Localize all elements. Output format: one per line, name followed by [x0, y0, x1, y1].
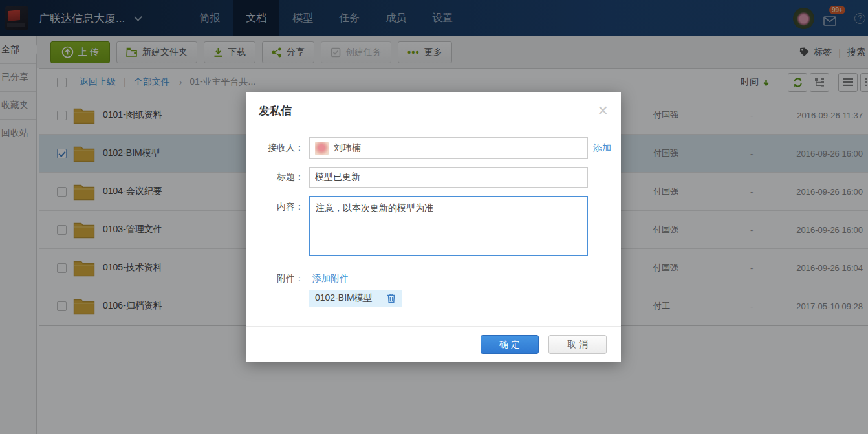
- subject-input[interactable]: [309, 167, 588, 188]
- delete-attachment-button[interactable]: [387, 293, 396, 303]
- add-recipient-link[interactable]: 添加: [593, 142, 611, 154]
- dialog-header: 发私信 ×: [246, 92, 621, 118]
- attachment-chip: 0102-BIM模型: [309, 290, 402, 307]
- close-icon[interactable]: ×: [598, 103, 608, 118]
- recipient-name: 刘玮楠: [334, 142, 361, 154]
- add-attachment-link[interactable]: 添加附件: [312, 273, 349, 285]
- subject-row: 标题：: [246, 167, 621, 188]
- recipient-row: 接收人： 刘玮楠 添加: [246, 137, 621, 159]
- attachment-row: 附件： 添加附件: [246, 273, 621, 285]
- send-message-dialog: 发私信 × 接收人： 刘玮楠 添加 标题： 内容： 注意，以本次更新的模型为准 …: [246, 92, 621, 362]
- attachment-chip-row: 0102-BIM模型: [246, 290, 621, 307]
- recipient-field[interactable]: 刘玮楠: [309, 137, 588, 159]
- dialog-title: 发私信: [259, 103, 292, 118]
- attachment-label: 附件：: [249, 273, 304, 285]
- content-textarea[interactable]: 注意，以本次更新的模型为准: [309, 196, 588, 256]
- ok-button[interactable]: 确 定: [481, 335, 539, 354]
- content-row: 内容： 注意，以本次更新的模型为准: [246, 196, 621, 256]
- content-label: 内容：: [249, 201, 304, 213]
- subject-label: 标题：: [249, 171, 304, 183]
- cancel-button[interactable]: 取 消: [548, 335, 607, 354]
- dialog-footer: 确 定 取 消: [246, 326, 621, 354]
- recipient-label: 接收人：: [249, 142, 304, 154]
- attachment-name: 0102-BIM模型: [315, 292, 373, 304]
- recipient-avatar: [315, 142, 329, 155]
- trash-icon: [387, 293, 396, 303]
